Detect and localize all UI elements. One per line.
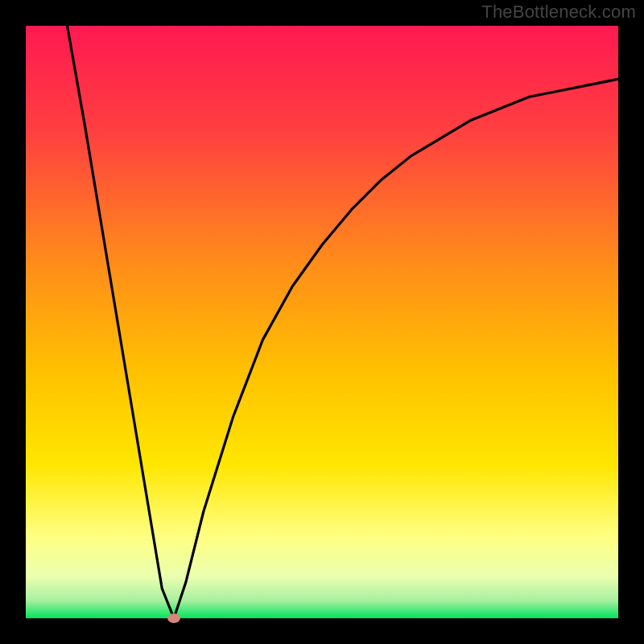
chart-svg bbox=[26, 26, 618, 618]
gradient-background bbox=[26, 26, 618, 618]
plot-area bbox=[26, 26, 618, 618]
minimum-marker bbox=[167, 613, 180, 623]
chart-frame: TheBottleneck.com bbox=[0, 0, 644, 644]
watermark-text: TheBottleneck.com bbox=[481, 2, 636, 23]
